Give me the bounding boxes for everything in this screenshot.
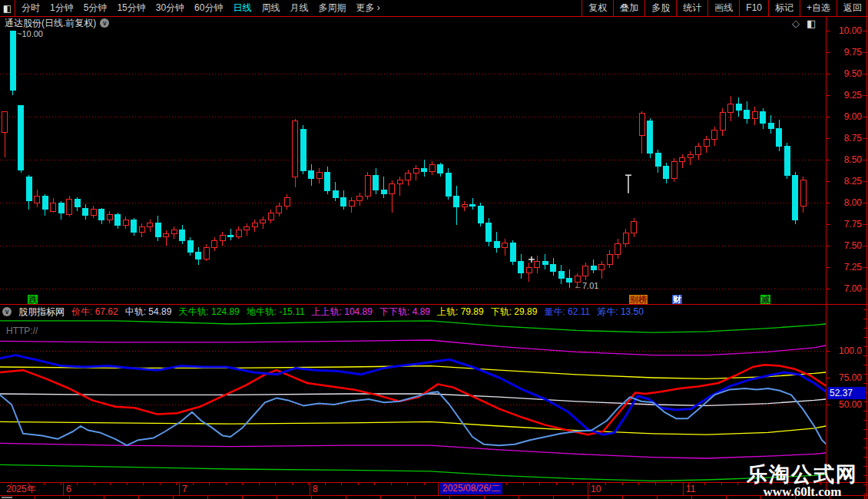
- month-label-6: 6: [66, 484, 71, 494]
- axis-tick: [863, 484, 866, 485]
- candle: [599, 261, 605, 278]
- menu-item-+自选[interactable]: +自选: [800, 0, 837, 16]
- menu-item-1分钟[interactable]: 1分钟: [50, 0, 74, 16]
- axis-tick: [863, 374, 866, 375]
- watermark-url: www.60lt.com: [747, 485, 858, 499]
- axis-tick: [863, 203, 866, 203]
- candle: [687, 151, 693, 165]
- layout-pane-button[interactable]: ◧: [0, 0, 15, 16]
- menu-item-标记[interactable]: 标记: [768, 0, 800, 16]
- axis-tick: [827, 203, 830, 203]
- date-tick: [292, 483, 293, 485]
- axis-tick: [827, 351, 830, 352]
- candle: [131, 218, 137, 235]
- menu-item-5分钟[interactable]: 5分钟: [84, 0, 108, 16]
- axis-tick: [863, 31, 866, 31]
- candle: [397, 177, 403, 196]
- event-badge-跌[interactable]: 跌: [28, 295, 38, 304]
- indicator-axis-label: 75.00: [839, 372, 862, 383]
- month-label-11: 11: [686, 484, 695, 494]
- axis-tick: [863, 52, 866, 53]
- event-badge-财[interactable]: 财: [672, 295, 682, 304]
- menu-item-15分钟[interactable]: 15分钟: [117, 0, 145, 16]
- collapse-icon[interactable]: ∨: [2, 307, 12, 316]
- candlestick-chart[interactable]: ~10.00←7.01: [0, 27, 826, 294]
- date-tick: [539, 483, 540, 485]
- axis-tick: [863, 466, 866, 467]
- candle: [115, 213, 121, 228]
- menu-item-统计[interactable]: 统计: [676, 0, 707, 16]
- bottom-cell-line: [69, 496, 70, 499]
- indicator-name[interactable]: 股朋指标网: [18, 306, 65, 318]
- indicator-field-上上轨: 上上轨: 104.89: [312, 306, 373, 318]
- menu-item-返回[interactable]: 返回: [837, 0, 868, 16]
- price-axis-label: 9.25: [844, 90, 862, 101]
- price-axis-label: 9.00: [844, 111, 862, 122]
- date-tick: [737, 483, 738, 485]
- indicator-line-下轨: [0, 421, 826, 435]
- menu-item-日线[interactable]: 日线: [233, 0, 251, 16]
- axis-tick: [827, 289, 830, 289]
- candle: [277, 203, 282, 216]
- date-tick: [275, 483, 276, 485]
- event-badge-别榜[interactable]: 别榜: [629, 295, 648, 304]
- menu-item-更多 ›[interactable]: 更多 ›: [356, 0, 379, 16]
- month-separator: [438, 483, 439, 495]
- axis-tick: [827, 31, 830, 31]
- menu-item-30分钟[interactable]: 30分钟: [156, 0, 184, 16]
- menu-item-分时[interactable]: 分时: [22, 0, 40, 16]
- candle: [204, 244, 209, 261]
- price-axis-label: 8.50: [844, 154, 862, 165]
- menu-item-F10[interactable]: F10: [739, 0, 768, 16]
- menu-item-画线[interactable]: 画线: [707, 0, 739, 16]
- bottom-cell-line: [242, 496, 243, 499]
- indicator-chart[interactable]: [0, 305, 826, 482]
- axis-tick: [827, 138, 830, 139]
- axis-tick: [827, 224, 830, 225]
- bottom-cell-line: [346, 496, 346, 499]
- axis-tick: [863, 402, 866, 402]
- candle: [567, 269, 572, 288]
- month-separator: [179, 483, 180, 495]
- date-tick: [127, 483, 128, 485]
- price-axis-label: 8.25: [844, 176, 862, 187]
- axis-tick: [863, 319, 866, 319]
- candle: [284, 194, 290, 210]
- menu-item-月线[interactable]: 月线: [290, 0, 308, 16]
- month-label-8: 8: [313, 484, 318, 494]
- axis-tick: [863, 365, 866, 365]
- candle: [736, 97, 741, 117]
- candle: [744, 101, 750, 124]
- bottom-cell-line: [726, 496, 727, 499]
- menu-item-周线[interactable]: 周线: [261, 0, 280, 16]
- menu-item-多周期[interactable]: 多周期: [318, 0, 346, 16]
- clipped-text-fragment: [2, 497, 12, 498]
- menu-item-叠加[interactable]: 叠加: [613, 0, 644, 16]
- date-tick: [523, 483, 524, 485]
- candle: [2, 111, 8, 157]
- menu-item-复权[interactable]: 复权: [581, 0, 613, 16]
- bottom-cell-line: [311, 496, 312, 499]
- menu-item-多股[interactable]: 多股: [644, 0, 676, 16]
- candle: [502, 239, 508, 256]
- candle: [42, 194, 48, 216]
- indicator-line-价牛: [0, 365, 826, 435]
- indicator-url-text: HTTP://: [6, 326, 38, 336]
- year-label: 2025年: [6, 484, 36, 494]
- price-axis-label: 10.00: [839, 25, 862, 36]
- event-badge-减[interactable]: 减: [760, 295, 770, 304]
- candle: [623, 229, 628, 248]
- candle: [51, 198, 56, 213]
- period-menu: 分时1分钟5分钟15分钟30分钟60分钟日线周线月线多周期更多 ›: [15, 0, 380, 16]
- candle: [486, 218, 492, 246]
- date-tick: [721, 483, 722, 485]
- month-separator: [310, 483, 310, 495]
- axis-tick: [863, 346, 866, 347]
- candle: [784, 143, 790, 179]
- axis-tick: [827, 160, 830, 160]
- candle: [373, 168, 379, 194]
- date-tick: [176, 483, 177, 485]
- menu-item-60分钟[interactable]: 60分钟: [194, 0, 223, 16]
- date-tick: [407, 483, 408, 485]
- date-tick: [589, 483, 590, 485]
